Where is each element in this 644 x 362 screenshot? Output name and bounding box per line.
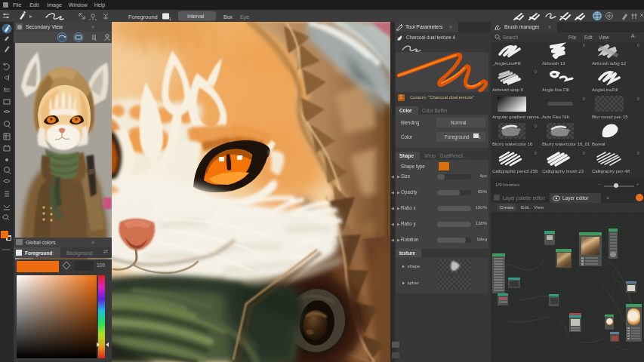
svg-text:1: 1 (169, 17, 171, 21)
svg-text:Eye: Eye (240, 14, 249, 20)
svg-text:Foreground: Foreground (128, 14, 158, 20)
svg-text:Box: Box (223, 14, 233, 20)
svg-text:Interval: Interval (187, 14, 205, 19)
